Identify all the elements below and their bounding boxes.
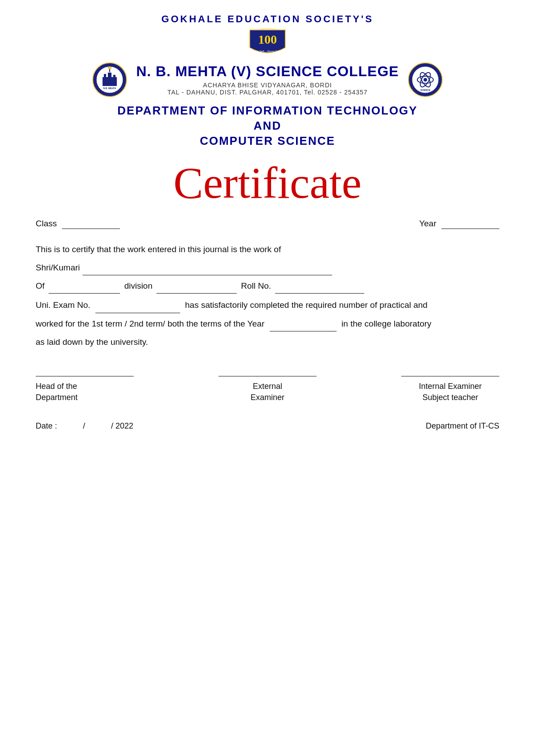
svg-rect-5 bbox=[104, 74, 106, 78]
rollno-value[interactable] bbox=[275, 279, 364, 294]
cert-line-1: This is to certify that the work entered… bbox=[36, 242, 499, 257]
cert-line-of: Of division Roll No. bbox=[36, 279, 499, 294]
internal-label: Internal Examiner Subject teacher bbox=[401, 381, 499, 403]
division-label: division bbox=[124, 281, 152, 290]
dept-banner: DEPARTMENT OF INFORMATION TECHNOLOGY AND… bbox=[27, 103, 508, 148]
date-dept-row: Date : / / 2022 Department of IT-CS bbox=[36, 421, 499, 431]
shri-label: Shri/Kumari bbox=[36, 263, 80, 272]
svg-text:SCIENCE: SCIENCE bbox=[420, 89, 430, 91]
of-label: Of bbox=[36, 281, 45, 290]
internal-label-line1: Internal Examiner bbox=[401, 381, 499, 392]
class-field-group: Class bbox=[36, 219, 120, 229]
sig-line-row bbox=[36, 376, 499, 376]
term-year-value[interactable] bbox=[270, 317, 337, 331]
svg-text:Above Self... Above Politics: Above Self... Above Politics bbox=[251, 50, 284, 53]
rollno-label: Roll No. bbox=[241, 281, 272, 290]
svg-text:N.B. MEHTA: N.B. MEHTA bbox=[103, 87, 116, 90]
laid-text: as laid down by the university. bbox=[36, 337, 148, 347]
date-label: Date : bbox=[36, 421, 57, 431]
college-sub2: TAL - DAHANU, DIST. PALGHAR, 401701, Tel… bbox=[136, 89, 399, 96]
external-label-line2: Examiner bbox=[218, 392, 317, 403]
dept-line2: AND bbox=[27, 119, 508, 134]
body-line1-text: This is to certify that the work entered… bbox=[36, 245, 281, 254]
class-label: Class bbox=[36, 219, 57, 228]
head-sig-line bbox=[36, 376, 134, 376]
year-value[interactable] bbox=[441, 219, 499, 229]
college-name-block: N. B. MEHTA (V) SCIENCE COLLEGE ACHARYA … bbox=[136, 64, 399, 95]
svg-point-9 bbox=[107, 66, 112, 69]
dept-line3: COMPUTER SCIENCE bbox=[27, 134, 508, 149]
left-crest: N.B. MEHTA bbox=[91, 61, 128, 98]
dept-line1: DEPARTMENT OF INFORMATION TECHNOLOGY bbox=[27, 103, 508, 119]
division-value[interactable] bbox=[156, 279, 237, 294]
cert-line-laid: as laid down by the university. bbox=[36, 335, 499, 349]
logo-100-svg: 100 Above Self... Above Politics bbox=[247, 28, 288, 58]
cert-body: This is to certify that the work entered… bbox=[27, 242, 508, 349]
date-group: Date : / / 2022 bbox=[36, 421, 133, 431]
date-slash2[interactable] bbox=[91, 421, 105, 431]
year-field-group: Year bbox=[419, 219, 499, 229]
year-label: Year bbox=[419, 219, 436, 228]
sig-labels-row: Head of the Department External Examiner… bbox=[36, 381, 499, 403]
right-crest: SCIENCE bbox=[407, 61, 444, 98]
svg-rect-6 bbox=[108, 73, 111, 78]
ges-title: GOKHALE EDUCATION SOCIETY'S bbox=[27, 13, 508, 25]
external-label: External Examiner bbox=[218, 381, 317, 403]
uni-value[interactable] bbox=[95, 298, 180, 313]
term-text: worked for the 1st term / 2nd term/ both… bbox=[36, 319, 264, 328]
cert-line-uni: Uni. Exam No. has satisfactorily complet… bbox=[36, 298, 499, 313]
external-sig-line bbox=[218, 376, 317, 376]
term-text2: in the college laboratory bbox=[342, 319, 432, 328]
college-name: N. B. MEHTA (V) SCIENCE COLLEGE bbox=[136, 64, 399, 79]
internal-label-line2: Subject teacher bbox=[401, 392, 499, 403]
certificate-page: GOKHALE EDUCATION SOCIETY'S 100 Above Se… bbox=[0, 0, 535, 756]
head-label: Head of the Department bbox=[36, 381, 134, 403]
header: GOKHALE EDUCATION SOCIETY'S 100 Above Se… bbox=[27, 13, 508, 148]
svg-point-16 bbox=[424, 78, 427, 82]
date-slash1[interactable] bbox=[63, 421, 77, 431]
svg-text:100: 100 bbox=[258, 33, 277, 46]
shri-value[interactable] bbox=[82, 261, 332, 275]
of-value[interactable] bbox=[49, 279, 120, 294]
sig-section: Head of the Department External Examiner… bbox=[36, 376, 499, 403]
dept-label-group: Department of IT-CS bbox=[426, 421, 499, 431]
date-year: / 2022 bbox=[111, 421, 133, 431]
head-label-line1: Head of the bbox=[36, 381, 134, 392]
class-value[interactable] bbox=[62, 219, 120, 229]
head-label-line2: Department bbox=[36, 392, 134, 403]
uni-text: has satisfactorily completed the require… bbox=[185, 300, 428, 310]
certificate-title: Certificate bbox=[173, 158, 362, 208]
dept-label: Department of IT-CS bbox=[426, 421, 499, 430]
logo-100: 100 Above Self... Above Politics bbox=[247, 28, 288, 58]
college-row: N.B. MEHTA N. B. MEHTA (V) SCIENCE COLLE… bbox=[27, 61, 508, 98]
internal-sig-line bbox=[401, 376, 499, 376]
external-label-line1: External bbox=[218, 381, 317, 392]
date-slash1-text: / bbox=[83, 421, 85, 431]
uni-label: Uni. Exam No. bbox=[36, 300, 90, 310]
college-sub1: ACHARYA BHISE VIDYANAGAR, BORDI bbox=[136, 82, 399, 89]
certificate-title-wrap: Certificate bbox=[27, 161, 508, 205]
cert-line-term: worked for the 1st term / 2nd term/ both… bbox=[36, 317, 499, 331]
cert-line-shri: Shri/Kumari bbox=[36, 261, 499, 275]
class-year-row: Class Year bbox=[27, 219, 508, 229]
svg-rect-7 bbox=[113, 75, 115, 78]
